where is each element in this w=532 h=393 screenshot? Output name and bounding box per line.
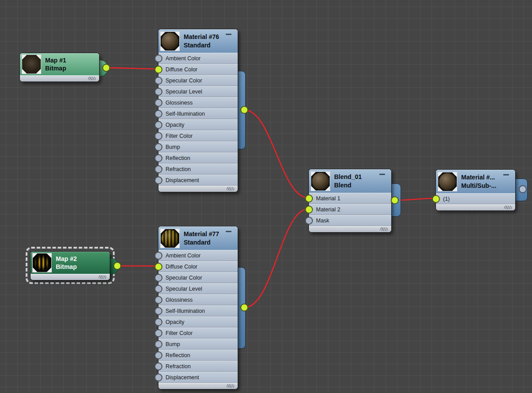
- resize-grip[interactable]: [504, 206, 512, 209]
- input-socket[interactable]: [154, 340, 162, 348]
- input-socket[interactable]: [154, 110, 162, 118]
- connection-wire[interactable]: [244, 110, 308, 198]
- input-socket[interactable]: [154, 252, 162, 260]
- node-type-label: Bitmap: [45, 64, 66, 72]
- node-map-1[interactable]: Map #1 Bitmap: [19, 53, 100, 82]
- slot-row: Diffuse Color: [158, 261, 238, 272]
- input-socket[interactable]: [154, 99, 162, 107]
- input-socket[interactable]: [432, 195, 440, 203]
- slot-row: Material 2: [309, 204, 391, 215]
- input-socket[interactable]: [154, 143, 162, 151]
- input-socket[interactable]: [154, 66, 162, 74]
- slot-row: Ambient Color: [158, 250, 238, 261]
- slot-label: Specular Level: [166, 286, 202, 292]
- node-type-label: Bitmap: [56, 263, 77, 271]
- slot-row: Refraction: [158, 361, 238, 372]
- slot-row: Filter Color: [158, 327, 238, 339]
- input-socket[interactable]: [154, 274, 162, 282]
- input-socket[interactable]: [154, 88, 162, 96]
- material-sphere-preview: [162, 33, 178, 50]
- node-material-77[interactable]: Material #77 Standard Ambient ColorDiffu…: [158, 226, 238, 389]
- output-socket[interactable]: [391, 196, 399, 204]
- input-socket[interactable]: [154, 329, 162, 337]
- selection-outline: Map #2 Bitmap: [26, 247, 115, 284]
- node-title: Material #77: [184, 230, 219, 238]
- slot-label: Self-Illumination: [166, 308, 205, 314]
- slot-label: Glossiness: [166, 297, 193, 303]
- slot-label: Specular Level: [166, 89, 202, 95]
- material-preview-thumbnail[interactable]: [438, 172, 457, 191]
- node-material-76[interactable]: Material #76 Standard Ambient ColorDiffu…: [158, 29, 238, 192]
- node-type-label: Blend: [334, 181, 362, 189]
- slot-label: Diffuse Color: [166, 264, 197, 270]
- input-socket[interactable]: [305, 217, 313, 225]
- material-preview-thumbnail[interactable]: [160, 31, 180, 51]
- input-socket[interactable]: [154, 351, 162, 359]
- slot-label: Material 2: [316, 206, 340, 213]
- output-socket[interactable]: [519, 185, 527, 193]
- resize-grip[interactable]: [227, 187, 234, 191]
- material-preview-thumbnail[interactable]: [160, 229, 180, 248]
- input-socket[interactable]: [154, 285, 162, 293]
- input-socket[interactable]: [305, 206, 313, 214]
- connection-wire[interactable]: [106, 68, 158, 69]
- input-socket[interactable]: [154, 374, 162, 381]
- node-title: Blend_01: [334, 173, 362, 181]
- slot-row: Self-Illumination: [158, 108, 238, 119]
- collapse-node-icon[interactable]: [379, 174, 385, 175]
- material-preview-thumbnail[interactable]: [311, 171, 330, 191]
- node-type-label: Standard: [184, 41, 219, 49]
- input-slot-list: (1): [436, 193, 515, 204]
- output-socket[interactable]: [102, 64, 110, 72]
- material-sphere-preview: [439, 173, 456, 190]
- resize-grip[interactable]: [88, 77, 96, 80]
- input-socket[interactable]: [154, 121, 162, 129]
- input-socket[interactable]: [154, 318, 162, 326]
- output-socket[interactable]: [240, 304, 248, 311]
- node-footer: [158, 383, 238, 389]
- input-socket[interactable]: [154, 54, 162, 62]
- input-socket[interactable]: [154, 263, 162, 271]
- node-multi-sub-material[interactable]: Material #... Multi/Sub-... (1): [436, 169, 516, 211]
- input-socket[interactable]: [154, 176, 162, 184]
- input-socket[interactable]: [305, 195, 313, 202]
- slot-row: Refraction: [158, 163, 238, 175]
- slot-label: Self-Illumination: [166, 111, 205, 117]
- slot-row: Displacement: [158, 372, 238, 383]
- slot-label: Displacement: [166, 374, 199, 381]
- input-socket[interactable]: [154, 77, 162, 85]
- collapse-node-icon[interactable]: [226, 34, 231, 35]
- slot-label: Opacity: [166, 122, 184, 128]
- map-preview-thumbnail[interactable]: [32, 253, 52, 272]
- input-socket[interactable]: [154, 362, 162, 370]
- input-socket[interactable]: [154, 307, 162, 315]
- slot-label: Refraction: [166, 363, 191, 370]
- node-footer: [31, 274, 110, 280]
- resize-grip[interactable]: [380, 227, 388, 231]
- collapse-node-icon[interactable]: [503, 174, 509, 175]
- slot-label: Ambient Color: [166, 253, 200, 259]
- input-socket[interactable]: [154, 154, 162, 162]
- input-socket[interactable]: [154, 132, 162, 140]
- collapse-node-icon[interactable]: [226, 231, 231, 232]
- slot-row: Specular Level: [158, 283, 238, 294]
- node-blend-01[interactable]: Blend_01 Blend Material 1Material 2Mask: [308, 169, 392, 233]
- node-map-2[interactable]: Map #2 Bitmap: [30, 251, 110, 280]
- slot-row: Ambient Color: [158, 53, 238, 64]
- map-preview-thumbnail[interactable]: [22, 54, 41, 74]
- input-socket[interactable]: [154, 296, 162, 304]
- bitmap-texture-preview: [23, 55, 40, 73]
- input-socket[interactable]: [154, 165, 162, 173]
- connection-wire[interactable]: [117, 266, 158, 266]
- resize-grip[interactable]: [227, 384, 234, 388]
- slot-row: Reflection: [158, 350, 238, 361]
- material-graph-canvas[interactable]: Map #1 Bitmap Material #76 Standard Ambi…: [0, 0, 532, 393]
- output-socket[interactable]: [240, 106, 248, 114]
- slot-label: Bump: [166, 144, 180, 150]
- connection-wire[interactable]: [244, 209, 308, 308]
- resize-grip[interactable]: [99, 275, 106, 279]
- slot-row: Glossiness: [158, 97, 238, 108]
- output-socket[interactable]: [113, 262, 121, 270]
- input-slot-list: Ambient ColorDiffuse ColorSpecular Color…: [158, 250, 238, 383]
- bitmap-texture-preview: [33, 254, 51, 272]
